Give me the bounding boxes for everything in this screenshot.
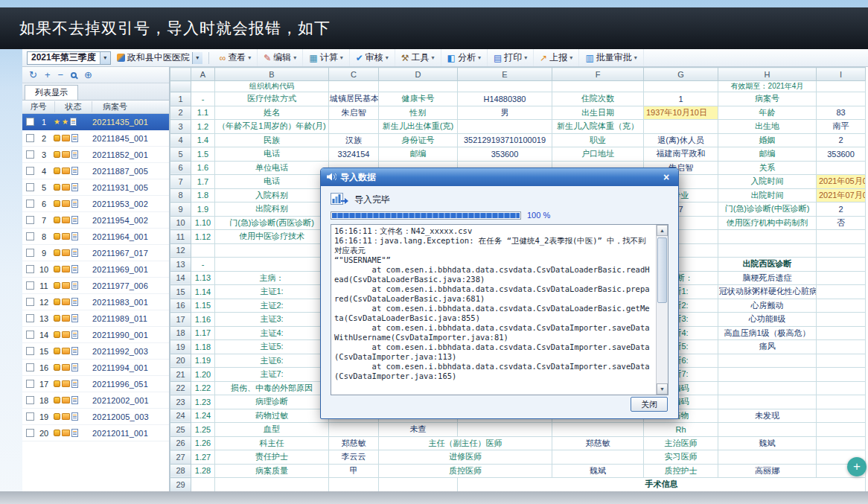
sheet-cell[interactable]: 352129193710100019 (458, 133, 552, 147)
case-id[interactable]: 20211994_001 (91, 363, 169, 372)
row-checkbox[interactable] (26, 200, 34, 208)
row-checkbox[interactable] (26, 216, 34, 224)
sheet-cell[interactable] (215, 243, 329, 258)
sheet-cell[interactable] (644, 120, 718, 134)
sheet-cell[interactable]: 1937年10月10日 (644, 106, 718, 120)
sheet-cell[interactable]: 主证4: (215, 326, 329, 340)
sheet-cell[interactable]: 1.22 (191, 381, 215, 395)
sheet-cell[interactable]: 电话 (215, 147, 329, 162)
sheet-cell[interactable] (817, 230, 866, 244)
sheet-cell[interactable] (817, 395, 866, 409)
sheet-cell[interactable]: - (191, 92, 215, 106)
sheet-cell[interactable]: 1.7 (191, 175, 215, 189)
sheet-cell[interactable] (458, 423, 552, 437)
sheet-cell[interactable] (817, 243, 866, 258)
row-checkbox[interactable] (26, 167, 34, 175)
edit-icon[interactable] (70, 118, 77, 126)
scroll-thumb[interactable] (657, 237, 667, 303)
row-header[interactable]: 18 (170, 326, 191, 340)
case-row[interactable]: 920211967_017 (22, 245, 169, 261)
sheet-cell[interactable]: 1.2 (191, 120, 215, 134)
scroll-down-icon[interactable]: ▼ (657, 383, 668, 395)
row-checkbox[interactable] (26, 249, 34, 257)
sheet-cell[interactable]: 1.4 (191, 133, 215, 147)
case-row[interactable]: 1420211990_001 (22, 327, 169, 343)
sheet-cell[interactable]: 性别 (379, 106, 458, 120)
edit-icon[interactable] (71, 314, 78, 322)
edit-icon[interactable] (71, 216, 78, 224)
case-id[interactable]: 20211954_002 (91, 216, 169, 225)
row-header[interactable]: 11 (170, 230, 191, 244)
edit-icon[interactable] (71, 429, 78, 437)
sheet-cell[interactable]: 1.1 (191, 106, 215, 120)
sheet-cell[interactable]: 1.20 (191, 368, 215, 382)
chevron-down-icon[interactable]: ▾ (569, 54, 572, 61)
row-header[interactable]: 16 (170, 299, 191, 313)
chevron-down-icon[interactable]: ▾ (478, 54, 481, 61)
row-checkbox[interactable] (26, 265, 34, 273)
row-checkbox[interactable] (26, 281, 34, 290)
case-row[interactable]: 520211931_005 (22, 179, 169, 196)
chevron-down-icon[interactable]: ▾ (432, 54, 435, 61)
sheet-cell[interactable]: 出院科别 (215, 202, 329, 217)
edit-icon[interactable] (71, 134, 78, 142)
column-header[interactable]: B (215, 68, 329, 81)
sheet-cell[interactable] (329, 81, 379, 92)
column-header[interactable]: C (329, 68, 379, 81)
sheet-cell[interactable]: 关系 (718, 161, 817, 175)
case-id[interactable]: 20211969_001 (91, 265, 169, 274)
row-checkbox[interactable] (26, 183, 34, 191)
row-header[interactable]: 25 (170, 423, 191, 437)
row-checkbox[interactable] (26, 396, 34, 404)
row-header[interactable]: 2 (170, 106, 191, 120)
row-header[interactable]: 14 (170, 271, 191, 285)
sheet-cell[interactable]: 病案号 (718, 92, 817, 106)
column-header[interactable]: I (817, 68, 866, 81)
sheet-cell[interactable]: 新生儿入院体重（克） (552, 120, 644, 134)
case-id[interactable]: 20211852_001 (91, 150, 169, 159)
sheet-cell[interactable] (817, 381, 866, 395)
sheet-cell[interactable]: 住院次数 (552, 92, 644, 106)
sheet-cell[interactable]: 2 (817, 133, 866, 147)
sheet-cell[interactable]: 未发现 (718, 409, 817, 423)
sheet-cell[interactable]: 血型 (215, 423, 329, 437)
sheet-cell[interactable]: 1.25 (191, 423, 215, 437)
locate-icon[interactable]: ⊕ (84, 70, 92, 80)
sheet-cell[interactable]: 组织机构代码 (215, 81, 329, 92)
sheet-cell[interactable] (552, 450, 644, 465)
case-row[interactable]: 820211964_001 (22, 229, 169, 245)
row-header[interactable]: 22 (170, 381, 191, 395)
sheet-cell[interactable]: 退(离)休人员 (644, 133, 718, 147)
sheet-cell[interactable]: 否 (817, 216, 866, 230)
sheet-cell[interactable] (817, 409, 866, 423)
case-id[interactable]: 20212011_001 (91, 429, 169, 438)
case-row[interactable]: 1820212002_001 (22, 392, 169, 409)
sheet-cell[interactable] (817, 326, 866, 340)
sheet-cell[interactable] (817, 92, 866, 106)
sheet-cell[interactable]: 1.8 (191, 188, 215, 202)
row-header[interactable]: 1 (170, 92, 191, 106)
case-id[interactable]: 20211845_001 (91, 134, 169, 143)
case-row[interactable]: 720211954_002 (22, 212, 169, 229)
sheet-cell[interactable]: 主证5: (215, 340, 329, 354)
toolbar-button-report[interactable]: ↗上报▾ (534, 49, 579, 66)
sheet-cell[interactable]: 83 (817, 106, 866, 120)
sheet-cell[interactable]: 魏斌 (718, 436, 817, 450)
sheet-cell[interactable] (817, 368, 866, 382)
sheet-cell[interactable] (718, 354, 817, 368)
scroll-up-icon[interactable]: ▲ (657, 225, 668, 236)
case-row[interactable]: 1520211992_003 (22, 343, 169, 360)
chevron-down-icon[interactable]: ▾ (100, 52, 110, 64)
sheet-cell[interactable] (817, 354, 866, 368)
sheet-cell[interactable]: 病案质量 (215, 464, 329, 478)
sheet-cell[interactable]: 1.9 (191, 202, 215, 217)
sheet-cell[interactable] (817, 81, 866, 92)
sheet-cell[interactable]: 甲 (329, 464, 379, 478)
sheet-cell[interactable]: 质控护士 (644, 464, 718, 478)
case-id[interactable]: 20211977_006 (91, 281, 169, 290)
sheet-cell[interactable]: 魏斌 (552, 464, 644, 478)
sheet-cell[interactable]: 邮编 (718, 147, 817, 162)
sheet-cell[interactable]: 进修医师 (379, 450, 552, 465)
chevron-down-icon[interactable]: ▾ (293, 54, 296, 61)
row-header[interactable]: 24 (170, 409, 191, 423)
